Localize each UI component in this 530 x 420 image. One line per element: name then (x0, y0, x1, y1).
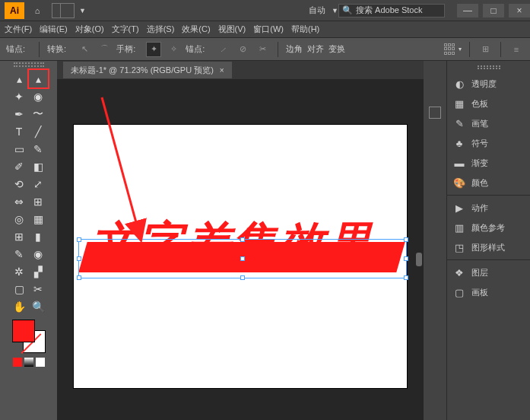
paintbrush-tool[interactable]: ✎ (29, 140, 48, 158)
menu-window[interactable]: 窗口(W) (253, 24, 284, 35)
gradient-icon: ▬ (453, 157, 465, 169)
line-tool[interactable]: ╱ (29, 123, 48, 140)
panel-brushes[interactable]: ✎画笔 (447, 113, 530, 133)
symbol-sprayer-tool[interactable]: ✲ (10, 262, 29, 280)
artboard[interactable]: 文字差集效果 (74, 125, 407, 388)
panel-swatches[interactable]: ▦色板 (447, 94, 530, 113)
blend-tool[interactable]: ◉ (29, 245, 48, 262)
panel-actions[interactable]: ▶动作 (447, 198, 530, 218)
collapsed-panels (424, 61, 446, 420)
lasso-tool[interactable]: ◉ (29, 88, 48, 105)
panel-dock: ◐透明度 ▦色板 ✎画笔 ♣符号 ▬渐变 🎨颜色 ▶动作 ▥颜色参考 ◳图形样式… (446, 61, 530, 420)
menu-view[interactable]: 视图(V) (218, 24, 246, 35)
connect-anchor-icon[interactable]: ⊘ (235, 42, 250, 57)
align-grid-icon[interactable] (443, 43, 455, 56)
isolate-icon[interactable]: ⊞ (478, 42, 493, 57)
transparency-icon: ◐ (453, 78, 465, 90)
free-transform-tool[interactable]: ⊞ (29, 192, 48, 210)
color-icon: 🎨 (453, 177, 465, 189)
panel-layers[interactable]: ❖图层 (447, 262, 530, 282)
menu-type[interactable]: 文字(T) (112, 24, 139, 35)
artwork-group[interactable]: 文字差集效果 (83, 216, 401, 271)
eraser-tool[interactable]: ◧ (29, 158, 48, 175)
artboard-tool[interactable]: ▢ (10, 280, 29, 298)
handle-hide-icon[interactable]: ✧ (166, 42, 181, 57)
width-tool[interactable]: ⇔ (10, 192, 29, 210)
workspace-label[interactable]: 自动 (309, 5, 325, 16)
corner-label[interactable]: 边角 (286, 43, 303, 55)
actions-icon: ▶ (453, 202, 465, 214)
panel-menu-icon[interactable]: ≡ (509, 42, 524, 57)
panel-gradient[interactable]: ▬渐变 (447, 153, 530, 173)
gradient-tool[interactable]: ▮ (29, 228, 48, 245)
color-mode-icon[interactable] (13, 358, 22, 367)
document-tab[interactable]: 未标题-1* @ 71.23% (RGB/GPU 预览) × (63, 62, 232, 78)
artboards-icon: ▢ (453, 286, 465, 298)
type-tool[interactable]: T (10, 123, 29, 140)
menu-help[interactable]: 帮助(H) (291, 24, 319, 35)
none-mode-icon[interactable] (36, 358, 45, 367)
app-logo: Ai (5, 2, 24, 19)
fill-swatch[interactable] (12, 320, 35, 342)
menu-object[interactable]: 对象(O) (75, 24, 104, 35)
align-label[interactable]: 对齐 (307, 43, 324, 55)
menu-bar: 文件(F) 编辑(E) 对象(O) 文字(T) 选择(S) 效果(C) 视图(V… (0, 21, 530, 38)
rotate-tool[interactable]: ⟲ (10, 175, 29, 192)
curvature-tool[interactable]: 〜 (29, 105, 48, 123)
handle-label: 手柄: (116, 43, 135, 55)
gradient-mode-icon[interactable] (24, 358, 33, 367)
menu-edit[interactable]: 编辑(E) (40, 24, 68, 35)
pen-tool[interactable]: ✒ (10, 105, 29, 123)
mesh-tool[interactable]: ⊞ (10, 228, 29, 245)
maximize-button[interactable]: □ (483, 4, 504, 18)
selection-tool[interactable]: ▴ (10, 70, 29, 88)
chevron-down-icon[interactable]: ▼ (79, 7, 86, 14)
chevron-down-icon[interactable]: ▼ (332, 7, 338, 14)
tab-title: 未标题-1* @ 71.23% (RGB/GPU 预览) (71, 65, 214, 76)
panel-colorguide[interactable]: ▥颜色参考 (447, 218, 530, 237)
minimize-button[interactable]: — (457, 4, 478, 18)
handle-show-icon[interactable]: ✦ (146, 42, 161, 57)
direct-selection-tool[interactable]: ▴ (29, 70, 48, 88)
panel-transparency[interactable]: ◐透明度 (447, 74, 530, 94)
drag-handle[interactable] (14, 62, 44, 67)
drag-handle[interactable] (478, 65, 500, 69)
shaper-tool[interactable]: ✐ (10, 158, 29, 175)
graph-tool[interactable]: ▞ (29, 262, 48, 280)
tab-close-icon[interactable]: × (220, 66, 224, 75)
layout-icon[interactable] (52, 3, 75, 18)
brushes-icon: ✎ (453, 117, 465, 129)
fill-stroke-swatch[interactable] (12, 320, 46, 353)
shape-builder-tool[interactable]: ◎ (10, 210, 29, 228)
collapsed-panel-icon[interactable] (429, 107, 441, 119)
convert-corner-icon[interactable]: ↖ (77, 42, 92, 57)
slice-tool[interactable]: ✂ (29, 280, 48, 298)
scale-tool[interactable]: ⤢ (29, 175, 48, 192)
menu-effect[interactable]: 效果(C) (182, 24, 210, 35)
close-button[interactable]: × (509, 4, 530, 18)
panel-symbols[interactable]: ♣符号 (447, 133, 530, 153)
scrollbar-thumb[interactable] (416, 253, 422, 266)
magic-wand-tool[interactable]: ✦ (10, 88, 29, 105)
anchors-label: 锚点: (186, 43, 205, 55)
search-input[interactable]: 🔍搜索 Adobe Stock (338, 4, 445, 18)
symbols-icon: ♣ (453, 137, 465, 149)
cut-anchor-icon[interactable]: ✂ (255, 42, 270, 57)
hand-tool[interactable]: ✋ (10, 298, 29, 315)
panel-color[interactable]: 🎨颜色 (447, 173, 530, 192)
anchor-label: 锚点: (6, 43, 25, 55)
remove-anchor-icon[interactable]: ⟋ (215, 42, 230, 57)
menu-select[interactable]: 选择(S) (147, 24, 175, 35)
home-icon[interactable]: ⌂ (29, 2, 46, 19)
transform-label[interactable]: 变换 (328, 43, 345, 55)
menu-file[interactable]: 文件(F) (5, 24, 32, 35)
panel-graphicstyles[interactable]: ◳图形样式 (447, 237, 530, 257)
selection-bounds (78, 239, 407, 278)
rectangle-tool[interactable]: ▭ (10, 140, 29, 158)
control-bar: 锚点: 转换: ↖ ⌒ 手柄: ✦ ✧ 锚点: ⟋ ⊘ ✂ 边角 对齐 变换 ▾… (0, 38, 530, 61)
zoom-tool[interactable]: 🔍 (29, 298, 48, 315)
eyedropper-tool[interactable]: ✎ (10, 245, 29, 262)
perspective-tool[interactable]: ▦ (29, 210, 48, 228)
convert-smooth-icon[interactable]: ⌒ (97, 42, 112, 57)
panel-artboards[interactable]: ▢画板 (447, 282, 530, 302)
